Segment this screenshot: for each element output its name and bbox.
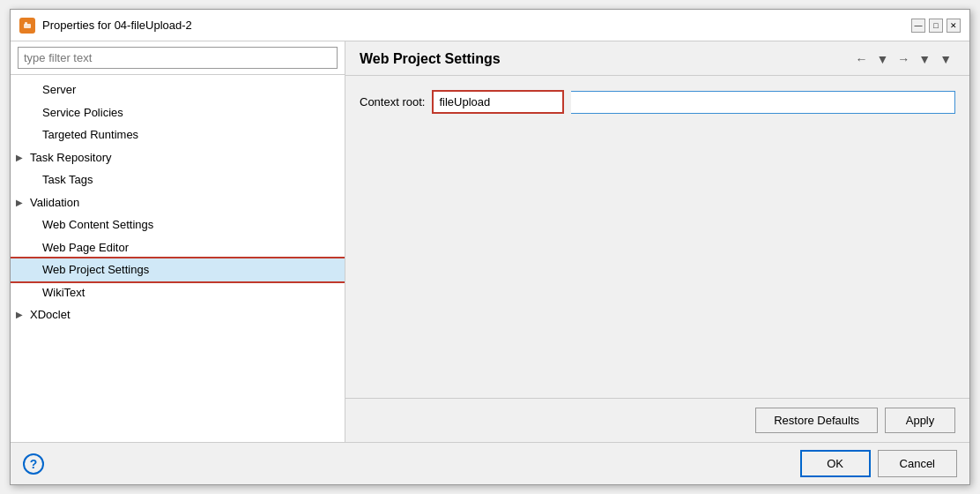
svg-rect-2 <box>25 22 27 25</box>
tree-item-xdoclet[interactable]: ▶ XDoclet <box>11 303 345 326</box>
nav-forward-dropdown[interactable]: ▼ <box>915 50 934 68</box>
filter-input[interactable] <box>18 47 338 69</box>
help-button[interactable]: ? <box>23 453 44 475</box>
arrow-task-repository: ▶ <box>16 151 26 164</box>
arrow-xdoclet: ▶ <box>16 308 26 321</box>
tree-label-validation: Validation <box>30 194 79 212</box>
context-root-row: Context root: <box>360 90 955 114</box>
tree-item-server[interactable]: Server <box>11 79 345 101</box>
tree-label-targeted-runtimes: Targeted Runtimes <box>42 126 138 144</box>
dialog-body: Server Service Policies Targeted Runtime… <box>11 41 969 442</box>
tree-item-task-repository[interactable]: ▶ Task Repository <box>11 146 345 169</box>
tree-label-xdoclet: XDoclet <box>30 306 71 324</box>
right-content: Context root: <box>345 76 969 398</box>
footer-left: ? <box>23 453 44 475</box>
nav-back-dropdown[interactable]: ▼ <box>872 50 892 68</box>
tree-item-validation[interactable]: ▶ Validation <box>11 191 345 214</box>
tree-label-task-tags: Task Tags <box>42 171 93 189</box>
tree-item-targeted-runtimes[interactable]: Targeted Runtimes <box>11 124 345 146</box>
cancel-button[interactable]: Cancel <box>878 450 957 477</box>
nav-menu-button[interactable]: ▼ <box>936 50 955 68</box>
tree-item-wikitext[interactable]: WikiText <box>11 281 345 304</box>
right-panel: Web Project Settings ← ▼ → ▼ ▼ Context r… <box>345 41 969 442</box>
tree-label-server: Server <box>42 81 76 99</box>
tree-label-service-policies: Service Policies <box>42 104 123 122</box>
arrow-validation: ▶ <box>16 196 26 209</box>
tree-label-task-repository: Task Repository <box>30 149 111 167</box>
maximize-button[interactable]: □ <box>929 19 943 33</box>
context-root-input[interactable] <box>432 90 564 114</box>
window-title: Properties for 04-fileUpload-2 <box>42 19 192 32</box>
tree-item-task-tags[interactable]: Task Tags <box>11 168 345 191</box>
right-panel-title: Web Project Settings <box>360 51 501 67</box>
apply-button[interactable]: Apply <box>885 408 955 433</box>
title-bar: Properties for 04-fileUpload-2 — □ ✕ <box>11 10 969 41</box>
right-header: Web Project Settings ← ▼ → ▼ ▼ <box>345 41 969 76</box>
tree-label-web-content-settings: Web Content Settings <box>42 216 153 234</box>
tree-item-service-policies[interactable]: Service Policies <box>11 101 345 124</box>
title-bar-left: Properties for 04-fileUpload-2 <box>19 18 192 34</box>
left-panel: Server Service Policies Targeted Runtime… <box>11 41 345 442</box>
tree-item-web-project-settings[interactable]: Web Project Settings <box>11 258 345 281</box>
filter-container <box>11 41 345 75</box>
minimize-button[interactable]: — <box>911 19 925 33</box>
nav-back-button[interactable]: ← <box>851 50 871 68</box>
footer-right: OK Cancel <box>800 450 957 477</box>
tree-list: Server Service Policies Targeted Runtime… <box>11 75 345 442</box>
nav-forward-button[interactable]: → <box>894 50 913 68</box>
dialog-footer: ? OK Cancel <box>11 442 969 484</box>
tree-item-web-content-settings[interactable]: Web Content Settings <box>11 213 345 236</box>
nav-buttons: ← ▼ → ▼ ▼ <box>851 50 955 68</box>
tree-label-web-project-settings: Web Project Settings <box>42 261 149 279</box>
dialog-window: Properties for 04-fileUpload-2 — □ ✕ Ser… <box>10 9 970 485</box>
close-button[interactable]: ✕ <box>947 19 961 33</box>
context-root-extra-input[interactable] <box>571 91 955 114</box>
app-icon <box>19 18 35 34</box>
tree-item-web-page-editor[interactable]: Web Page Editor <box>11 236 345 259</box>
context-root-label: Context root: <box>360 95 425 109</box>
tree-label-web-page-editor: Web Page Editor <box>42 239 129 257</box>
tree-label-wikitext: WikiText <box>42 284 85 302</box>
ok-button[interactable]: OK <box>800 450 871 477</box>
right-actions: Restore Defaults Apply <box>345 398 969 442</box>
restore-defaults-button[interactable]: Restore Defaults <box>755 408 878 433</box>
svg-rect-1 <box>24 24 31 28</box>
title-bar-controls: — □ ✕ <box>911 19 961 33</box>
